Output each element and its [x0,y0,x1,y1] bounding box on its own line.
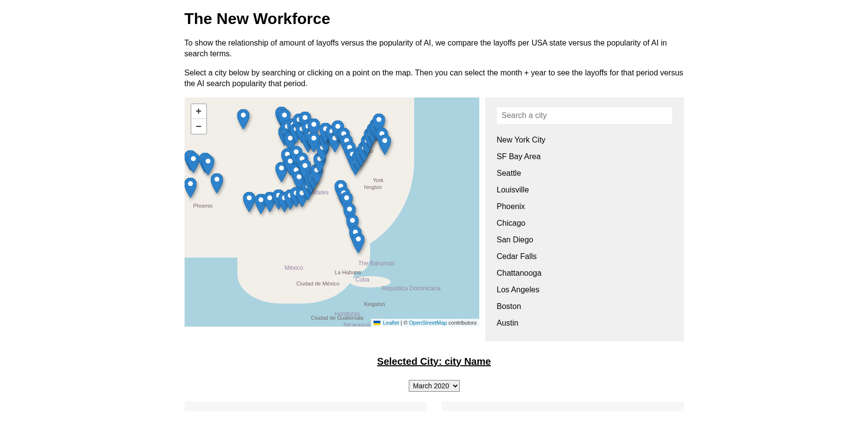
svg-point-30 [247,195,252,200]
city-item[interactable]: Chattanooga [497,265,672,282]
city-item[interactable]: Seattle [497,165,672,182]
city-item[interactable]: New York City [497,132,672,148]
map-label: hington [364,184,382,190]
map-marker[interactable] [378,135,391,155]
city-list: New York CitySF Bay AreaSeattleLouisvill… [497,132,672,331]
map-label: Phoenix [193,203,213,209]
city-sidebar: New York CitySF Bay AreaSeattleLouisvill… [485,97,684,341]
svg-point-70 [356,237,361,241]
svg-point-5 [214,177,219,182]
city-item[interactable]: SF Bay Area [497,148,672,165]
map-marker[interactable] [187,153,199,173]
city-item[interactable]: Austin [497,315,672,331]
city-item[interactable]: Phoenix [497,198,672,215]
svg-point-63 [382,138,387,143]
city-item[interactable]: Los Angeles [497,282,672,298]
map-label: York [373,177,384,183]
svg-point-21 [311,136,316,141]
osm-link[interactable]: OpenStreetMap [409,320,447,326]
map-zoom-controls: + − [190,103,207,135]
svg-point-67 [347,207,352,212]
page-title: The New Workforce [185,10,684,28]
svg-point-29 [303,163,307,168]
svg-point-2 [188,181,193,186]
svg-point-8 [282,113,287,118]
chart-left [185,402,427,411]
map-label: México [284,264,303,271]
map-marker[interactable] [237,109,249,129]
map-marker[interactable] [185,178,197,198]
map-label: Honduras [335,310,360,317]
svg-point-16 [303,115,307,120]
map-label: Nicaragua [344,322,371,326]
map-label: Cuba [355,276,370,283]
city-item[interactable]: Louisville [497,182,672,198]
intro-text-1: To show the relationship of amount of la… [185,38,684,60]
map-label: República Dominicana [382,285,441,292]
map-label: La Habana [335,269,361,275]
map-marker[interactable] [243,192,255,212]
map-label: Kingston [364,301,385,307]
ukraine-flag-icon [374,321,380,325]
svg-point-6 [241,113,246,118]
svg-point-4 [206,159,211,164]
map-marker[interactable] [211,173,223,193]
city-item[interactable]: Chicago [497,215,672,232]
svg-point-31 [258,197,263,202]
city-item[interactable]: San Diego [497,232,672,248]
city-item[interactable]: Cedar Falls [497,248,672,265]
map-label: The Bahamas [358,260,395,267]
map-marker[interactable] [202,155,214,175]
intro-text-2: Select a city below by searching or clic… [185,68,684,90]
svg-point-32 [267,195,272,200]
selected-city-heading: Selected City: city Name [185,356,684,367]
month-select[interactable]: March 2020 [409,380,460,392]
search-input[interactable] [497,107,672,124]
chart-right [442,402,684,411]
svg-point-20 [311,122,316,127]
svg-point-68 [350,218,355,223]
svg-point-66 [344,195,349,200]
map[interactable]: United StatesMéxicoOttawaTorontoYorkhing… [185,97,479,327]
zoom-out-button[interactable]: − [191,119,206,134]
map-marker[interactable] [352,233,364,253]
svg-point-1 [191,156,196,161]
map-attribution: Leaflet | © OpenStreetMap contributors [371,319,479,327]
svg-point-61 [376,117,381,122]
city-item[interactable]: Boston [497,298,672,315]
zoom-in-button[interactable]: + [191,104,206,119]
map-label: Ciudad de México [296,281,339,286]
svg-point-23 [279,166,284,170]
leaflet-link[interactable]: Leaflet [383,320,399,326]
